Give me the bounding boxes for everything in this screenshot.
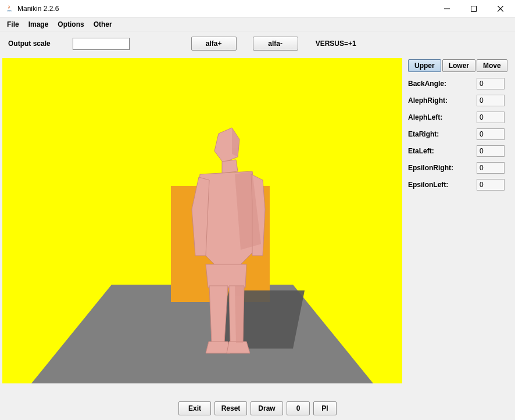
- param-label: EpsilonRight:: [408, 164, 473, 172]
- minimize-button[interactable]: [434, 1, 460, 17]
- param-etaleft-input[interactable]: [477, 145, 505, 157]
- alfa-minus-button[interactable]: alfa-: [253, 37, 298, 51]
- menu-other[interactable]: Other: [89, 19, 117, 30]
- param-alephleft-input[interactable]: [477, 112, 505, 123]
- param-label: EtaLeft:: [408, 147, 473, 155]
- param-label: AlephRight:: [408, 96, 473, 105]
- svg-marker-13: [206, 264, 246, 288]
- menu-file[interactable]: File: [2, 19, 24, 30]
- java-app-icon: [5, 4, 14, 13]
- param-backangle-input[interactable]: [477, 78, 505, 89]
- param-epsilonright-input[interactable]: [477, 162, 505, 174]
- tab-lower[interactable]: Lower: [442, 59, 475, 72]
- bottom-bar: Exit Reset Draw 0 PI: [0, 397, 515, 420]
- window-controls: [434, 1, 514, 17]
- side-panel: Upper Lower Move BackAngle: AlephRight: …: [402, 56, 515, 397]
- window-title: Manikin 2.2.6: [17, 5, 434, 13]
- output-scale-label: Output scale: [8, 40, 51, 48]
- top-controls: Output scale alfa+ alfa- VERSUS=+1: [0, 31, 515, 56]
- menubar: File Image Options Other: [0, 17, 515, 31]
- param-label: EpsilonLeft:: [408, 181, 473, 189]
- reset-button[interactable]: Reset: [214, 401, 247, 415]
- exit-button[interactable]: Exit: [178, 401, 211, 415]
- versus-status: VERSUS=+1: [316, 40, 356, 48]
- param-etaright-input[interactable]: [477, 128, 505, 140]
- draw-button[interactable]: Draw: [251, 401, 283, 415]
- main-area: Upper Lower Move BackAngle: AlephRight: …: [0, 56, 515, 397]
- tab-move[interactable]: Move: [477, 59, 507, 72]
- svg-rect-1: [471, 6, 477, 11]
- svg-marker-16: [206, 342, 230, 353]
- param-label: AlephLeft:: [408, 113, 473, 121]
- tab-upper[interactable]: Upper: [408, 59, 441, 72]
- params-grid: BackAngle: AlephRight: AlephLeft: EtaRig…: [408, 78, 512, 191]
- param-alephright-input[interactable]: [477, 95, 505, 106]
- viewport-3d[interactable]: [2, 58, 402, 383]
- param-epsilonleft-input[interactable]: [477, 179, 505, 191]
- svg-marker-9: [222, 160, 238, 173]
- titlebar: Manikin 2.2.6: [0, 0, 515, 17]
- pi-button[interactable]: PI: [313, 401, 337, 415]
- svg-marker-14: [209, 286, 228, 343]
- svg-marker-20: [235, 286, 244, 343]
- menu-image[interactable]: Image: [24, 19, 53, 30]
- tabs: Upper Lower Move: [408, 59, 512, 72]
- param-label: BackAngle:: [408, 80, 473, 88]
- menu-options[interactable]: Options: [53, 19, 88, 30]
- svg-marker-17: [227, 342, 250, 353]
- close-button[interactable]: [487, 1, 514, 17]
- zero-button[interactable]: 0: [287, 401, 310, 415]
- param-label: EtaRight:: [408, 130, 473, 138]
- alfa-plus-button[interactable]: alfa+: [191, 37, 237, 51]
- maximize-button[interactable]: [460, 1, 487, 17]
- output-scale-input[interactable]: [73, 38, 130, 50]
